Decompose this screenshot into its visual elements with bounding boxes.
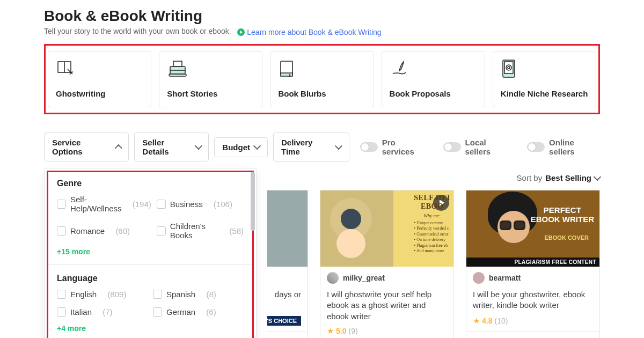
svg-rect-3 bbox=[169, 74, 186, 76]
gig-thumbnail: PERFECT EBOOK WRITER EBOOK COVER PLAGIAR… bbox=[466, 190, 599, 267]
gig-title: days or bbox=[267, 289, 308, 312]
option-label: Children's Books bbox=[170, 222, 218, 240]
seller-name[interactable]: bearmatt bbox=[489, 274, 521, 282]
chevron-down-icon bbox=[194, 142, 202, 150]
option-count: (106) bbox=[214, 200, 232, 209]
chevron-down-icon bbox=[253, 142, 261, 150]
thumb-art-title: PERFECT EBOOK WRITER bbox=[531, 205, 594, 224]
scrollbar[interactable] bbox=[251, 172, 255, 231]
option-count: (8) bbox=[206, 290, 216, 299]
checkbox-icon bbox=[153, 307, 162, 317]
chevron-down-icon bbox=[594, 173, 601, 180]
option-label: Romance bbox=[70, 226, 105, 236]
typewriter-icon bbox=[167, 58, 254, 79]
sort-value: Best Selling bbox=[545, 173, 591, 182]
filter-label: Delivery Time bbox=[281, 138, 332, 156]
checkbox-icon bbox=[57, 290, 66, 299]
option-english[interactable]: English (809) bbox=[57, 290, 148, 299]
gig-card[interactable]: PERFECT EBOOK WRITER EBOOK COVER PLAGIAR… bbox=[466, 190, 600, 338]
group-title-language: Language bbox=[57, 274, 244, 283]
option-count: (7) bbox=[103, 307, 112, 317]
avatar bbox=[327, 272, 339, 284]
option-count: (60) bbox=[115, 226, 130, 236]
gig-title[interactable]: I will be your ghostwriter, ebook writer… bbox=[466, 289, 599, 312]
filter-budget[interactable]: Budget bbox=[214, 137, 268, 157]
option-business[interactable]: Business (106) bbox=[157, 195, 244, 213]
page-title: Book & eBook Writing bbox=[44, 8, 600, 25]
toggle-label: Online sellers bbox=[549, 138, 600, 156]
filter-seller-details[interactable]: Seller Details bbox=[134, 133, 209, 161]
rating-value: 5.0 bbox=[336, 327, 346, 335]
show-more-genre[interactable]: +15 more bbox=[57, 247, 244, 256]
option-label: German bbox=[166, 307, 195, 317]
option-count: (58) bbox=[229, 226, 244, 236]
gig-card[interactable]: SELF HEI EBOO Why me: • Unique content •… bbox=[320, 190, 454, 338]
checkbox-icon bbox=[57, 226, 66, 236]
thumb-art-strip: PLAGIARISM FREE CONTENT bbox=[466, 258, 599, 267]
svg-rect-0 bbox=[173, 61, 182, 67]
chevron-up-icon bbox=[115, 144, 122, 152]
option-self-help[interactable]: Self-Help/Wellness (194) bbox=[57, 195, 151, 213]
switch-icon bbox=[527, 142, 545, 152]
option-count: (6) bbox=[206, 307, 216, 317]
toggle-pro-services[interactable]: Pro services bbox=[360, 138, 428, 156]
filter-service-options[interactable]: Service Options bbox=[44, 133, 129, 161]
category-label: Book Blurbs bbox=[278, 89, 365, 98]
show-more-language[interactable]: +4 more bbox=[57, 324, 244, 333]
option-german[interactable]: German (6) bbox=[153, 307, 244, 317]
checkbox-icon bbox=[57, 307, 66, 317]
option-childrens-books[interactable]: Children's Books (58) bbox=[157, 222, 244, 240]
learn-more-link[interactable]: Learn more about Book & eBook Writing bbox=[237, 28, 381, 36]
category-label: Kindle Niche Research bbox=[501, 89, 588, 98]
toggle-online-sellers[interactable]: Online sellers bbox=[527, 138, 600, 156]
option-label: Spanish bbox=[166, 290, 195, 299]
switch-icon bbox=[360, 142, 378, 152]
sort-control[interactable]: Sort by Best Selling bbox=[267, 173, 600, 182]
category-card-kindle-research[interactable]: Kindle Niche Research bbox=[493, 51, 596, 107]
service-options-panel: Genre Self-Help/Wellness (194) Business … bbox=[44, 168, 257, 338]
category-highlight: Ghostwriting Short Stories Book Blurbs bbox=[44, 44, 600, 114]
thumb-art-lines: • Unique content • Perfectly worded c • … bbox=[414, 221, 450, 254]
toggle-label: Local sellers bbox=[465, 138, 513, 156]
learn-more-label: Learn more about Book & eBook Writing bbox=[247, 28, 381, 36]
book-hand-icon bbox=[56, 58, 143, 79]
thumb-art-sub: EBOOK COVER bbox=[544, 234, 589, 241]
gig-thumbnail: SELF HEI EBOO Why me: • Unique content •… bbox=[320, 190, 453, 267]
chevron-down-icon bbox=[335, 142, 342, 150]
option-label: Italian bbox=[70, 307, 92, 317]
quill-hand-icon bbox=[390, 58, 477, 79]
category-card-book-proposals[interactable]: Book Proposals bbox=[382, 51, 485, 107]
gig-card[interactable]: days or 'S CHOICE ♥ STARTING AT$100 bbox=[267, 190, 308, 338]
divider bbox=[48, 264, 252, 265]
thumb-art-why: Why me: bbox=[414, 213, 450, 218]
sort-label: Sort by bbox=[517, 173, 543, 182]
group-title-genre: Genre bbox=[57, 179, 244, 188]
option-italian[interactable]: Italian (7) bbox=[57, 307, 148, 317]
checkbox-icon bbox=[57, 200, 66, 209]
star-icon: ★ bbox=[473, 316, 480, 326]
option-romance[interactable]: Romance (60) bbox=[57, 222, 151, 240]
rating-count: (10) bbox=[494, 317, 508, 325]
filter-label: Seller Details bbox=[142, 138, 191, 156]
choice-badge: 'S CHOICE bbox=[267, 316, 301, 326]
gig-title[interactable]: I will ghostwrite your self help ebook a… bbox=[320, 289, 453, 322]
category-card-ghostwriting[interactable]: Ghostwriting bbox=[48, 51, 151, 107]
checkbox-icon bbox=[157, 226, 166, 236]
option-count: (809) bbox=[107, 290, 126, 299]
category-label: Short Stories bbox=[167, 89, 254, 98]
thumb-art-sub: EBOO bbox=[414, 202, 450, 211]
play-icon bbox=[237, 28, 245, 36]
category-card-short-stories[interactable]: Short Stories bbox=[159, 51, 262, 107]
page-subtitle: Tell your story to the world with your o… bbox=[44, 27, 231, 35]
filter-delivery-time[interactable]: Delivery Time bbox=[273, 133, 349, 161]
option-label: Self-Help/Wellness bbox=[70, 195, 122, 213]
seller-name[interactable]: milky_great bbox=[343, 274, 385, 282]
rating-count: (9) bbox=[348, 327, 357, 335]
option-count: (194) bbox=[133, 200, 151, 209]
option-label: Business bbox=[170, 200, 203, 209]
category-card-book-blurbs[interactable]: Book Blurbs bbox=[270, 51, 374, 107]
toggle-local-sellers[interactable]: Local sellers bbox=[443, 138, 512, 156]
option-spanish[interactable]: Spanish (8) bbox=[153, 290, 244, 299]
rating-value: 4.8 bbox=[482, 317, 492, 325]
filter-label: Budget bbox=[222, 143, 250, 152]
